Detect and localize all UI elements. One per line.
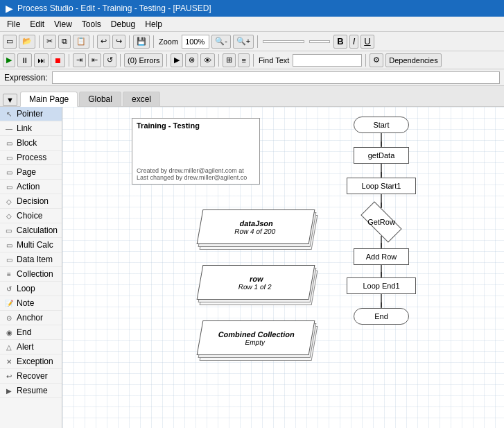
block-icon: ▭: [4, 139, 14, 147]
tab-global[interactable]: Global: [79, 92, 121, 106]
sidebar-label-page: Page: [17, 167, 36, 177]
tab-dropdown[interactable]: ▼: [3, 94, 17, 106]
errors-btn[interactable]: (0) Errors: [124, 53, 163, 67]
node-getrow-label: GetRow: [367, 218, 395, 226]
collection-datajson[interactable]: dataJson Row 4 of 200: [200, 209, 318, 254]
sidebar-label-anchor: Anchor: [17, 313, 43, 323]
menu-debug[interactable]: Debug: [107, 19, 139, 30]
sidebar-item-anchor[interactable]: ⊙ Anchor: [0, 311, 62, 325]
sep8: [166, 54, 167, 67]
align-btn[interactable]: ≡: [238, 53, 249, 67]
sidebar-item-calculation[interactable]: ▭ Calculation: [0, 223, 62, 238]
node-getrow-wrapper[interactable]: GetRow: [357, 208, 406, 236]
watch-btn[interactable]: 👁: [200, 53, 215, 67]
sidebar-item-resume[interactable]: ▶ Resume: [0, 384, 62, 398]
sidebar-item-process[interactable]: ▭ Process: [0, 151, 62, 165]
menu-help[interactable]: Help: [141, 19, 166, 30]
node-addrow[interactable]: Add Row: [354, 248, 409, 265]
sep4: [153, 35, 154, 48]
menu-edit[interactable]: Edit: [26, 19, 49, 30]
menu-tools[interactable]: Tools: [78, 19, 105, 30]
refresh-btn[interactable]: ↺: [103, 53, 116, 67]
conn-loopend-end: [381, 294, 382, 308]
sep9: [218, 54, 219, 67]
menu-view[interactable]: View: [50, 19, 76, 30]
open-btn[interactable]: 📂: [19, 35, 35, 49]
redo-btn[interactable]: ↪: [112, 35, 125, 49]
zoom-in-btn[interactable]: 🔍+: [233, 35, 254, 49]
exception-icon: ✕: [4, 358, 14, 366]
step-btn[interactable]: ⏭: [34, 53, 49, 67]
filter-btn[interactable]: ⚙: [370, 53, 383, 67]
page-title: Training - Testing: [137, 121, 255, 130]
dependencies-btn[interactable]: Dependencies: [385, 53, 441, 67]
pause-btn[interactable]: ⏸: [17, 53, 32, 67]
anchor-icon: ⊙: [4, 314, 14, 322]
stop-btn[interactable]: ⏹: [51, 53, 65, 67]
italic-btn[interactable]: I: [349, 35, 359, 49]
node-loopend[interactable]: Loop End1: [347, 277, 416, 294]
toolbar-secondary: ▶ ⏸ ⏭ ⏹ ⇥ ⇤ ↺ (0) Errors ▶ ⊗ 👁 ⊞ ≡ Find …: [0, 51, 504, 69]
choice-icon: ◇: [4, 212, 14, 220]
font-select[interactable]: [263, 40, 304, 43]
copy-btn[interactable]: ⧉: [58, 35, 71, 49]
sidebar-item-block[interactable]: ▭ Block: [0, 136, 62, 151]
run-btn[interactable]: ▶: [3, 53, 15, 67]
grid-btn[interactable]: ⊞: [223, 53, 236, 67]
collection-icon: ≡: [4, 271, 14, 278]
break-btn[interactable]: ⊗: [185, 53, 198, 67]
find-text-input[interactable]: [293, 54, 362, 67]
calculation-icon: ▭: [4, 227, 14, 234]
menu-file[interactable]: File: [3, 19, 24, 30]
indent-btn[interactable]: ⇥: [73, 53, 86, 67]
sidebar-item-pointer[interactable]: ↖ Pointer: [0, 107, 62, 121]
sidebar-item-link[interactable]: — Link: [0, 121, 62, 136]
run2-btn[interactable]: ▶: [171, 53, 183, 67]
conn-start-getdata: [381, 133, 382, 147]
node-end[interactable]: End: [354, 308, 409, 325]
sidebar-item-page[interactable]: ▭ Page: [0, 165, 62, 180]
data-item-icon: ▭: [4, 256, 14, 264]
sidebar-item-recover[interactable]: ↩ Recover: [0, 369, 62, 384]
alert-icon: △: [4, 343, 14, 351]
sidebar-item-decision[interactable]: ◇ Decision: [0, 194, 62, 209]
sidebar: ↖ Pointer — Link ▭ Block ▭ Process ▭ Pag…: [0, 107, 62, 428]
undo-btn[interactable]: ↩: [97, 35, 110, 49]
zoom-out-btn[interactable]: 🔍-: [211, 35, 231, 49]
new-btn[interactable]: ▭: [3, 35, 17, 49]
sidebar-item-exception[interactable]: ✕ Exception: [0, 354, 62, 369]
sidebar-item-end[interactable]: ◉ End: [0, 325, 62, 340]
sidebar-label-note: Note: [17, 298, 34, 308]
save-btn[interactable]: 💾: [133, 35, 150, 49]
bold-btn[interactable]: B: [333, 35, 347, 49]
underline-btn[interactable]: U: [360, 35, 374, 49]
tab-main-page[interactable]: Main Page: [20, 92, 78, 107]
outdent-btn[interactable]: ⇤: [88, 53, 101, 67]
find-text-label: Find Text: [259, 56, 289, 65]
node-getdata[interactable]: getData: [354, 147, 409, 164]
node-end-label: End: [374, 312, 388, 320]
tab-excel[interactable]: excel: [123, 92, 160, 106]
font-size-select[interactable]: [309, 40, 330, 43]
collection-row[interactable]: row Row 1 of 2: [200, 265, 318, 309]
canvas-area[interactable]: Training - Testing Created by drew.mille…: [62, 107, 504, 428]
sidebar-item-note[interactable]: 📝 Note: [0, 296, 62, 311]
paste-btn[interactable]: 📋: [73, 35, 89, 49]
sep1: [39, 35, 40, 48]
sidebar-item-multi-calc[interactable]: ▭ Multi Calc: [0, 238, 62, 252]
expression-input[interactable]: [52, 71, 500, 84]
sidebar-item-choice[interactable]: ◇ Choice: [0, 209, 62, 223]
sidebar-item-collection[interactable]: ≡ Collection: [0, 267, 62, 282]
node-loopstart[interactable]: Loop Start1: [347, 178, 416, 194]
sidebar-item-alert[interactable]: △ Alert: [0, 340, 62, 354]
collection-combined[interactable]: Combined Collection Empty: [200, 320, 318, 365]
zoom-label: Zoom: [159, 37, 178, 46]
sidebar-item-action[interactable]: ▭ Action: [0, 180, 62, 194]
page-icon: ▭: [4, 169, 14, 176]
sidebar-item-data-item[interactable]: ▭ Data Item: [0, 252, 62, 267]
zoom-value[interactable]: 100%: [182, 35, 209, 49]
cut-btn[interactable]: ✂: [43, 35, 56, 49]
sidebar-item-loop[interactable]: ↺ Loop: [0, 282, 62, 296]
node-start[interactable]: Start: [354, 117, 409, 133]
note-icon: 📝: [4, 300, 14, 307]
